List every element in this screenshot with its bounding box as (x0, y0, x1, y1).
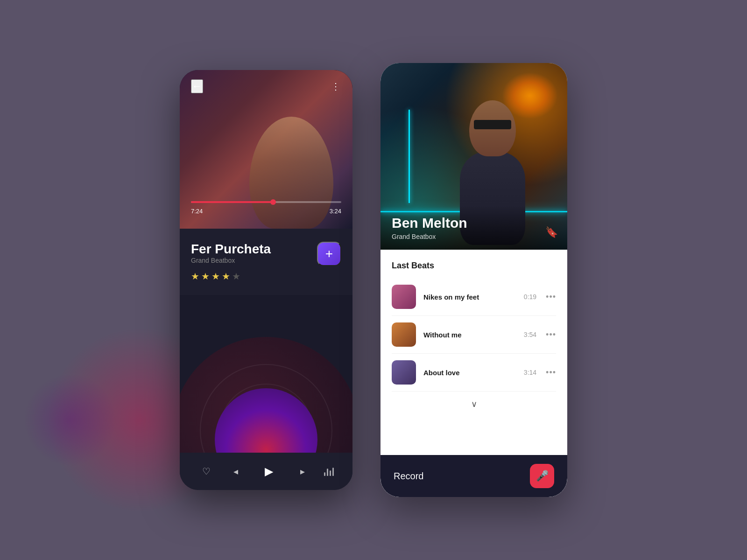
beats-section: Last Beats Nikes on my feet 0:19 ••• Wit… (381, 250, 567, 428)
track-meta-1: 0:19 ••• (524, 292, 556, 302)
progress-times: 7:24 3:24 (191, 208, 341, 215)
record-bar: Record 🎤 (381, 455, 567, 497)
track-meta-2: 3:54 ••• (524, 330, 556, 340)
progress-fill (191, 201, 274, 203)
right-artist-genre: Grand Beatbox (392, 233, 556, 240)
left-header: ← ⋮ (180, 79, 352, 93)
add-button[interactable]: + (317, 242, 341, 266)
beat-item-1[interactable]: Nikes on my feet 0:19 ••• (392, 278, 556, 316)
right-phone: Ben Melton Grand Beatbox 🔖 Last Beats Ni… (381, 63, 567, 497)
track-info-2: Without me (423, 331, 516, 339)
track-thumb-1 (392, 285, 416, 309)
track-more-2[interactable]: ••• (546, 330, 556, 340)
total-time: 3:24 (330, 208, 341, 215)
star-4: ★ (222, 271, 230, 282)
left-phone: ← ⋮ 7:24 3:24 Fer Purcheta Grand Beatbox… (180, 70, 352, 490)
beats-title: Last Beats (392, 261, 556, 271)
player-controls: ♡ ◂ ▶ ▸ (180, 453, 352, 490)
artist-details: Fer Purcheta Grand Beatbox ★ ★ ★ ★ ★ (191, 242, 271, 282)
track-more-3[interactable]: ••• (546, 368, 556, 378)
genre-label: Grand Beatbox (191, 257, 271, 264)
next-button[interactable]: ▸ (296, 462, 309, 481)
beat-item-3[interactable]: About love 3:14 ••• (392, 354, 556, 392)
track-info-1: Nikes on my feet (423, 293, 516, 301)
track-meta-3: 3:14 ••• (524, 368, 556, 378)
equalizer-icon[interactable] (324, 467, 334, 476)
track-title-3: About love (423, 369, 516, 377)
star-2: ★ (201, 271, 210, 282)
face-shape (469, 100, 516, 156)
right-hero-image: Ben Melton Grand Beatbox 🔖 (381, 63, 567, 250)
eq-bar-1 (324, 472, 325, 476)
star-1: ★ (191, 271, 199, 282)
star-3: ★ (211, 271, 220, 282)
left-info-section: Fer Purcheta Grand Beatbox ★ ★ ★ ★ ★ + (180, 229, 352, 295)
vinyl-container (180, 295, 352, 454)
track-duration-1: 0:19 (524, 293, 536, 301)
track-title-2: Without me (423, 331, 516, 339)
microphone-icon: 🎤 (536, 470, 549, 482)
vinyl-section (180, 295, 352, 454)
star-rating: ★ ★ ★ ★ ★ (191, 271, 271, 282)
track-thumb-2 (392, 322, 416, 347)
track-title-1: Nikes on my feet (423, 293, 516, 301)
progress-track[interactable] (191, 201, 341, 203)
eq-bar-4 (332, 468, 334, 476)
track-more-1[interactable]: ••• (546, 292, 556, 302)
left-hero-image: ← ⋮ 7:24 3:24 (180, 70, 352, 229)
record-mic-button[interactable]: 🎤 (530, 464, 554, 488)
track-info-3: About love (423, 369, 516, 377)
chevron-down-icon: ∨ (471, 399, 477, 409)
eq-bar-3 (330, 470, 331, 476)
more-options-button[interactable]: ⋮ (331, 81, 341, 92)
progress-section: 7:24 3:24 (191, 201, 341, 215)
neon-line-vertical (409, 110, 410, 203)
record-label: Record (394, 471, 423, 482)
prev-button[interactable]: ◂ (230, 462, 242, 481)
back-button[interactable]: ← (191, 79, 203, 93)
artist-overlay: Ben Melton Grand Beatbox (381, 206, 567, 250)
artist-row: Fer Purcheta Grand Beatbox ★ ★ ★ ★ ★ + (191, 242, 341, 282)
current-time: 7:24 (191, 208, 203, 215)
track-duration-3: 3:14 (524, 369, 536, 376)
right-artist-name: Ben Melton (392, 215, 556, 231)
eq-bar-2 (327, 469, 328, 476)
bookmark-button[interactable]: 🔖 (545, 226, 558, 238)
artist-name: Fer Purcheta (191, 242, 271, 257)
beat-item-2[interactable]: Without me 3:54 ••• (392, 316, 556, 354)
play-button[interactable]: ▶ (257, 459, 281, 483)
star-5: ★ (232, 271, 240, 282)
track-duration-2: 3:54 (524, 331, 536, 338)
track-thumb-3 (392, 360, 416, 385)
expand-button[interactable]: ∨ (392, 392, 556, 417)
heart-button[interactable]: ♡ (198, 462, 214, 481)
